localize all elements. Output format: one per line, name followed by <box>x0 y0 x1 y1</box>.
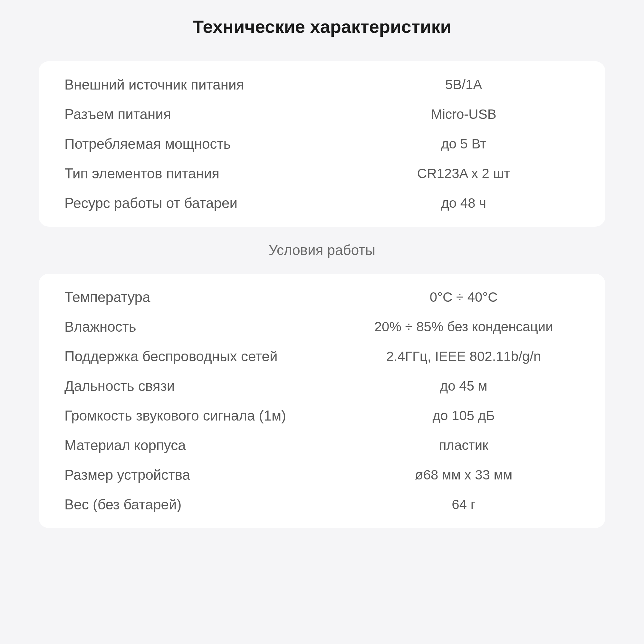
spec-label: Материал корпуса <box>64 437 348 453</box>
spec-label: Ресурс работы от батареи <box>64 195 348 211</box>
spec-label: Внешний источник питания <box>64 77 348 93</box>
spec-value: 64 г <box>348 497 580 512</box>
table-row: Вес (без батарей) 64 г <box>64 497 580 513</box>
spec-value: ø68 мм x 33 мм <box>348 467 580 483</box>
spec-label: Температура <box>64 289 348 305</box>
spec-label: Дальность связи <box>64 378 348 394</box>
spec-value: 2.4ГГц, IEEE 802.11b/g/n <box>348 349 580 364</box>
table-row: Потребляемая мощность до 5 Вт <box>64 136 580 152</box>
spec-value: 20% ÷ 85% без конденсации <box>348 319 580 335</box>
table-row: Громкость звукового сигнала (1м) до 105 … <box>64 408 580 424</box>
spec-value: до 45 м <box>348 378 580 394</box>
section-subtitle: Условия работы <box>39 242 605 258</box>
spec-value: до 5 Вт <box>348 136 580 152</box>
table-row: Материал корпуса пластик <box>64 437 580 453</box>
spec-label: Поддержка беспроводных сетей <box>64 348 348 365</box>
spec-value: 5В/1А <box>348 77 580 92</box>
table-row: Тип элементов питания CR123A x 2 шт <box>64 166 580 182</box>
table-row: Внешний источник питания 5В/1А <box>64 77 580 93</box>
spec-label: Вес (без батарей) <box>64 497 348 513</box>
table-row: Температура 0°C ÷ 40°C <box>64 289 580 305</box>
spec-value: до 105 дБ <box>348 408 580 423</box>
table-row: Поддержка беспроводных сетей 2.4ГГц, IEE… <box>64 348 580 365</box>
table-row: Ресурс работы от батареи до 48 ч <box>64 195 580 211</box>
table-row: Разъем питания Micro-USB <box>64 106 580 122</box>
spec-value: 0°C ÷ 40°C <box>348 289 580 305</box>
table-row: Размер устройства ø68 мм x 33 мм <box>64 467 580 483</box>
spec-label: Размер устройства <box>64 467 348 483</box>
specs-card-2: Температура 0°C ÷ 40°C Влажность 20% ÷ 8… <box>39 274 605 528</box>
spec-value: пластик <box>348 438 580 453</box>
table-row: Влажность 20% ÷ 85% без конденсации <box>64 319 580 335</box>
spec-label: Влажность <box>64 319 348 335</box>
spec-value: Micro-USB <box>348 107 580 122</box>
spec-label: Тип элементов питания <box>64 166 348 182</box>
spec-label: Громкость звукового сигнала (1м) <box>64 408 348 424</box>
page-title: Технические характеристики <box>39 16 605 37</box>
spec-value: CR123A x 2 шт <box>348 166 580 181</box>
spec-label: Разъем питания <box>64 106 348 122</box>
spec-value: до 48 ч <box>348 195 580 211</box>
spec-label: Потребляемая мощность <box>64 136 348 152</box>
table-row: Дальность связи до 45 м <box>64 378 580 394</box>
specs-card-1: Внешний источник питания 5В/1А Разъем пи… <box>39 61 605 227</box>
